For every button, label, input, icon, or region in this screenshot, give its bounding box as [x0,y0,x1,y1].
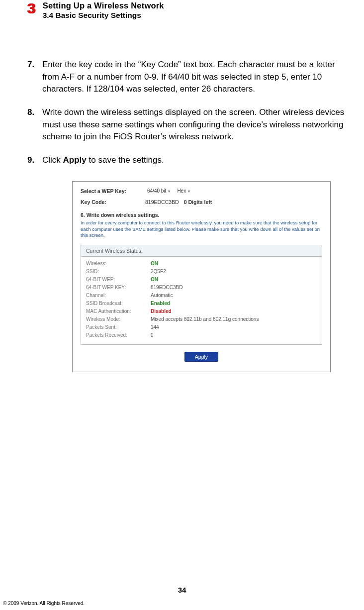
wep-key-format-dropdown[interactable]: Hex [175,188,192,194]
status-row: Packets Sent:144 [86,323,317,331]
status-row: SSID:2Q5F2 [86,268,317,276]
page-header: 3 Setting Up a Wireless Network 3.4 Basi… [27,0,349,20]
wireless-status-heading: Current Wireless Status: [81,245,322,257]
apply-button[interactable]: Apply [184,352,218,362]
section-6-heading: 6. Write down wireless settings. [81,212,322,218]
wireless-status-table: Wireless:ONSSID:2Q5F264-BIT WEP:ON64-BIT… [81,257,322,344]
wep-key-select-label: Select a WEP Key: [81,188,145,194]
wep-key-bits-dropdown[interactable]: 64/40 bit [145,188,172,194]
step-text-before: Click [42,155,63,165]
key-code-label: Key Code: [81,199,145,205]
status-value: Automatic [151,293,173,298]
status-key: Wireless: [86,261,151,266]
chapter-title: Setting Up a Wireless Network [43,1,164,10]
status-value: ON [151,277,158,282]
status-key: Wireless Mode: [86,316,151,322]
status-row: Packets Received:0 [86,331,317,339]
chapter-number: 3 [27,1,36,16]
status-key: 64-BIT WEP KEY: [86,285,151,290]
status-value: Enabled [151,301,170,306]
step-number: 8. [27,106,42,143]
embedded-screenshot: Select a WEP Key: 64/40 bit Hex Key Code… [72,181,349,372]
section-title: 3.4 Basic Security Settings [43,11,164,20]
step-8: 8. Write down the wireless settings disp… [27,106,349,143]
step-text: Enter the key code in the “Key Code” tex… [42,59,349,96]
status-value: Mixed accepts 802.11b and 802.11g connec… [151,316,259,322]
status-row: SSID Broadcast:Enabled [86,300,317,307]
copyright: © 2009 Verizon. All Rights Reserved. [3,601,85,606]
status-key: Packets Sent: [86,324,151,330]
status-value: ON [151,261,158,266]
step-text-after: to save the settings. [87,155,164,165]
key-code-input[interactable]: 819EDCC3BD [145,199,179,205]
step-9: 9. Click Apply to save the settings. [27,154,349,167]
status-key: SSID Broadcast: [86,301,151,306]
status-key: MAC Authentication: [86,308,151,314]
step-text: Write down the wireless settings display… [42,106,349,143]
content-body: 7. Enter the key code in the “Key Code” … [27,59,349,372]
status-key: Channel: [86,293,151,298]
status-value: 819EDCC3BD [151,285,182,290]
wireless-status-box: Current Wireless Status: Wireless:ONSSID… [81,245,322,345]
status-value: 144 [151,324,159,330]
status-key: Packets Received: [86,332,151,338]
status-key: SSID: [86,269,151,274]
wep-key-select-row: Select a WEP Key: 64/40 bit Hex [81,188,322,194]
step-number: 7. [27,59,42,96]
status-row: Wireless Mode:Mixed accepts 802.11b and … [86,315,317,323]
step-text-bold: Apply [63,155,87,165]
status-value: 2Q5F2 [151,269,166,274]
status-row: Channel:Automatic [86,292,317,300]
status-key: 64-BIT WEP: [86,277,151,282]
step-number: 9. [27,154,42,167]
status-row: Wireless:ON [86,260,317,268]
section-6-note: In order for every computer to connect t… [81,220,322,238]
status-row: 64-BIT WEP KEY:819EDCC3BD [86,284,317,292]
status-value: Disabled [151,308,172,314]
step-7: 7. Enter the key code in the “Key Code” … [27,59,349,96]
status-row: MAC Authentication:Disabled [86,307,317,315]
step-text: Click Apply to save the settings. [42,154,349,167]
page-number: 34 [0,586,364,594]
status-value: 0 [151,332,154,338]
status-row: 64-BIT WEP:ON [86,276,317,284]
digits-left: 0 Digits left [184,199,212,205]
key-code-row: Key Code: 819EDCC3BD 0 Digits left [81,199,322,205]
